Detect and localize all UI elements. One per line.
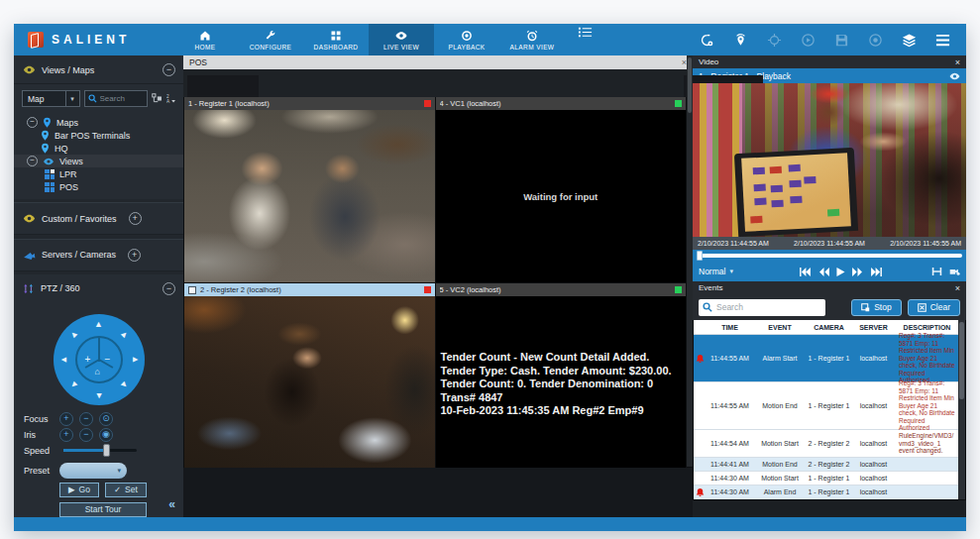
camera-video-register1[interactable] <box>184 110 435 282</box>
nav-dashboard[interactable]: DASHBOARD <box>303 24 369 55</box>
event-row[interactable]: 11:44:30 AM Motion Start 1 - Register 1 … <box>694 472 965 485</box>
close-icon[interactable]: × <box>955 283 960 293</box>
tree-view-icon[interactable] <box>152 93 163 105</box>
ptz-left-arrow[interactable]: ▲ <box>58 356 67 365</box>
sidebar-collapse-button[interactable]: « <box>168 497 175 511</box>
nav-live-view[interactable]: LIVE VIEW <box>369 24 434 55</box>
sort-az-icon[interactable]: 2A <box>166 93 177 105</box>
custom-favorites-expand-button[interactable]: + <box>129 212 142 225</box>
camera-tile-vc2[interactable]: 5 - VC2 (localhost) Tender Count - New C… <box>436 283 687 468</box>
close-icon[interactable]: × <box>955 57 960 67</box>
nav-playback[interactable]: PLAYBACK <box>434 24 499 55</box>
seek-handle[interactable] <box>697 251 703 261</box>
play-button[interactable] <box>836 268 845 276</box>
nav-alarm-view[interactable]: ALARM VIEW <box>499 24 565 55</box>
ptz-pad[interactable]: ▲ ▲ ▲ ▲ ▲ ▲ ▲ ▲ + − ⌂ <box>54 314 145 405</box>
seek-bar[interactable] <box>693 250 966 262</box>
export-video-icon[interactable] <box>949 267 960 276</box>
ptz-header[interactable]: PTZ / 360 − <box>14 274 183 302</box>
ptz-up-right-arrow[interactable]: ▲ <box>118 328 131 341</box>
focus-near-button[interactable]: + <box>59 412 73 426</box>
camera-tile-header[interactable]: 5 - VC2 (localhost) <box>436 283 687 296</box>
tree-node-views[interactable]: − Views <box>14 155 183 167</box>
camera-tile-register2[interactable]: 2 - Register 2 (localhost) <box>184 283 435 468</box>
layers-icon[interactable] <box>901 32 917 48</box>
ptz-collapse-button[interactable]: − <box>163 282 175 295</box>
tree-node-pos[interactable]: POS <box>14 180 183 193</box>
nav-configure[interactable]: CONFIGURE <box>238 24 303 55</box>
save-icon[interactable] <box>833 32 849 48</box>
menu-icon[interactable] <box>934 32 950 48</box>
camera-video-register2[interactable] <box>184 296 435 468</box>
ptz-home-button[interactable]: ⌂ <box>95 367 100 377</box>
speed-slider[interactable] <box>63 449 137 452</box>
ptz-down-arrow[interactable]: ▲ <box>94 390 103 399</box>
iris-auto-button[interactable]: ◉ <box>99 428 113 442</box>
streaming-pin-icon[interactable] <box>732 32 748 48</box>
servers-cameras-header[interactable]: Servers / Cameras + <box>14 239 183 271</box>
ptz-right-arrow[interactable]: ▲ <box>130 356 139 365</box>
speed-slider-handle[interactable] <box>103 444 110 457</box>
view-grid-icon <box>45 169 54 179</box>
preset-select[interactable]: ▾ <box>59 463 127 479</box>
tree-node-hq[interactable]: HQ <box>14 142 183 155</box>
ptz-zoom-in-button[interactable]: + <box>85 354 91 365</box>
clear-events-button[interactable]: Clear <box>908 299 960 316</box>
view-list-button[interactable] <box>577 24 593 40</box>
view-grid-icon <box>45 182 54 192</box>
ptz-down-left-arrow[interactable]: ▲ <box>67 378 80 391</box>
events-search-input[interactable] <box>716 302 816 312</box>
bookmark-save-icon[interactable] <box>931 267 942 276</box>
camera-tile-header[interactable]: 1 - Register 1 (localhost) <box>184 97 435 110</box>
tile-checkbox[interactable] <box>188 286 196 294</box>
iris-open-button[interactable]: + <box>59 428 73 442</box>
playback-speed-select[interactable]: Normal ▾ <box>699 267 768 276</box>
views-maps-collapse-button[interactable]: − <box>163 63 175 76</box>
maps-collapse-button[interactable]: − <box>27 117 38 128</box>
event-row[interactable]: 11:44:54 AM Motion Start 2 - Register 2 … <box>694 430 965 458</box>
event-row[interactable]: 11:44:41 AM Motion End 2 - Register 2 lo… <box>694 458 965 472</box>
views-maps-header[interactable]: Views / Maps − <box>14 55 183 84</box>
camera-tile-register1[interactable]: 1 - Register 1 (localhost) <box>184 97 435 282</box>
views-collapse-button[interactable]: − <box>27 156 38 166</box>
tree-node-bar-pos-terminals[interactable]: Bar POS Terminals <box>14 129 183 142</box>
nav-home[interactable]: HOME <box>172 24 238 55</box>
events-scrollbar[interactable] <box>958 320 965 499</box>
focus-auto-button[interactable]: ⊙ <box>99 412 113 426</box>
record-icon[interactable] <box>867 32 883 48</box>
instant-replay-icon[interactable] <box>800 32 816 48</box>
focus-far-button[interactable]: − <box>79 412 93 426</box>
event-row[interactable]: 11:44:55 AM Alarm Start 1 - Register 1 l… <box>694 335 965 382</box>
event-row[interactable]: 11:44:30 AM Alarm End 1 - Register 1 loc… <box>694 485 965 499</box>
settings-gear-icon[interactable] <box>699 32 714 48</box>
event-row[interactable]: 11:44:55 AM Motion End 1 - Register 1 lo… <box>694 382 965 430</box>
skip-to-start-button[interactable] <box>799 268 812 276</box>
camera-tile-header[interactable]: 4 - VC1 (localhost) <box>436 97 687 110</box>
sidebar-search-input[interactable] <box>100 94 144 103</box>
camera-tile-vc1[interactable]: 4 - VC1 (localhost) Waiting for input <box>436 97 687 282</box>
custom-favorites-header[interactable]: Custom / Favorites + <box>14 202 183 235</box>
preset-set-button[interactable]: ✓Set <box>105 483 147 497</box>
preset-go-button[interactable]: ▶Go <box>59 483 99 497</box>
playback-video[interactable] <box>693 83 966 237</box>
sidebar-search-box[interactable] <box>84 90 148 107</box>
tree-node-maps[interactable]: − Maps <box>14 116 183 129</box>
target-icon[interactable] <box>766 32 782 48</box>
servers-cameras-expand-button[interactable]: + <box>128 249 141 262</box>
events-search-box[interactable] <box>699 299 825 316</box>
ptz-up-arrow[interactable]: ▲ <box>94 319 103 328</box>
map-type-select[interactable]: Map ▾ <box>22 90 80 107</box>
ptz-zoom-out-button[interactable]: − <box>105 354 111 365</box>
iris-close-button[interactable]: − <box>79 428 93 442</box>
camera-tile-header-selected[interactable]: 2 - Register 2 (localhost) <box>184 283 435 296</box>
rewind-button[interactable] <box>818 268 829 276</box>
tree-node-lpr[interactable]: LPR <box>14 167 183 180</box>
ptz-up-left-arrow[interactable]: ▲ <box>67 328 80 341</box>
ptz-down-right-arrow[interactable]: ▲ <box>118 378 131 391</box>
skip-to-end-button[interactable] <box>870 268 883 276</box>
fast-forward-button[interactable] <box>852 268 863 276</box>
camera-video-vc2[interactable]: Tender Count - New Count Detail Added. T… <box>436 296 687 468</box>
start-tour-button[interactable]: Start Tour <box>59 502 147 517</box>
stop-events-button[interactable]: Stop <box>851 299 902 316</box>
camera-video-vc1[interactable]: Waiting for input <box>436 110 687 282</box>
